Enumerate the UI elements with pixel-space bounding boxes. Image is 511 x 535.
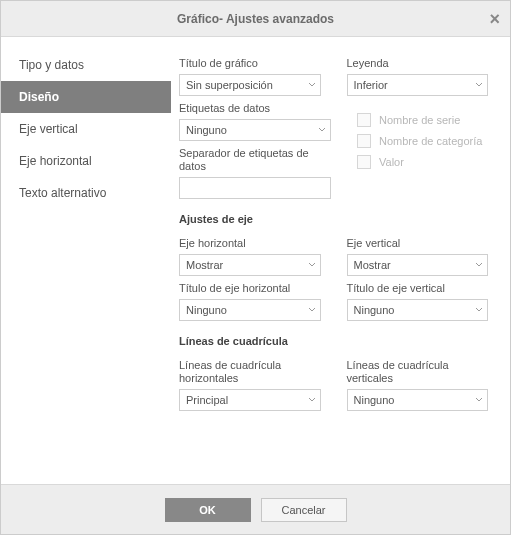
h-axis-value: Mostrar xyxy=(186,259,223,271)
sidebar-item-label: Eje horizontal xyxy=(19,154,92,168)
row-axes-titles: Título de eje horizontal Ninguno Título … xyxy=(179,276,488,321)
sidebar-item-label: Eje vertical xyxy=(19,122,78,136)
chart-title-value: Sin superposición xyxy=(186,79,273,91)
check-series-name[interactable]: Nombre de serie xyxy=(357,113,488,127)
chevron-down-icon xyxy=(475,396,483,404)
cancel-button-label: Cancelar xyxy=(281,504,325,516)
v-axis-select[interactable]: Mostrar xyxy=(347,254,489,276)
dialog-body: Tipo y datos Diseño Eje vertical Eje hor… xyxy=(1,37,510,484)
legend-select[interactable]: Inferior xyxy=(347,74,489,96)
ok-button[interactable]: OK xyxy=(165,498,251,522)
cancel-button[interactable]: Cancelar xyxy=(261,498,347,522)
row-title-legend: Título de gráfico Sin superposición Leye… xyxy=(179,51,488,96)
checkbox-icon xyxy=(357,113,371,127)
h-axis-title-label: Título de eje horizontal xyxy=(179,282,321,295)
v-axis-title-select[interactable]: Ninguno xyxy=(347,299,489,321)
checkbox-icon xyxy=(357,155,371,169)
sidebar-item-label: Tipo y datos xyxy=(19,58,84,72)
check-category-name-label: Nombre de categoría xyxy=(379,135,482,147)
v-grid-label: Líneas de cuadrícula verticales xyxy=(347,359,489,385)
legend-label: Leyenda xyxy=(347,57,489,70)
grid-section-title: Líneas de cuadrícula xyxy=(179,335,488,347)
dialog-title: Gráfico- Ajustes avanzados xyxy=(177,12,334,26)
sidebar-item-layout[interactable]: Diseño xyxy=(1,81,171,113)
chart-advanced-dialog: Gráfico- Ajustes avanzados × Tipo y dato… xyxy=(0,0,511,535)
close-icon[interactable]: × xyxy=(489,1,500,37)
chevron-down-icon xyxy=(308,306,316,314)
chart-title-select[interactable]: Sin superposición xyxy=(179,74,321,96)
check-value-label: Valor xyxy=(379,156,404,168)
h-grid-value: Principal xyxy=(186,394,228,406)
h-axis-select[interactable]: Mostrar xyxy=(179,254,321,276)
v-axis-label: Eje vertical xyxy=(347,237,489,250)
chevron-down-icon xyxy=(318,126,326,134)
data-label-sep-label: Separador de etiquetas de datos xyxy=(179,147,331,173)
sidebar: Tipo y datos Diseño Eje vertical Eje hor… xyxy=(1,37,171,484)
data-label-sep-input[interactable] xyxy=(179,177,331,199)
row-axes: Eje horizontal Mostrar Eje vertical Most… xyxy=(179,231,488,276)
h-axis-title-value: Ninguno xyxy=(186,304,227,316)
sidebar-item-alt-text[interactable]: Texto alternativo xyxy=(1,177,171,209)
chevron-down-icon xyxy=(475,306,483,314)
sidebar-item-label: Diseño xyxy=(19,90,59,104)
chart-title-label: Título de gráfico xyxy=(179,57,321,70)
chevron-down-icon xyxy=(308,81,316,89)
v-axis-title-label: Título de eje vertical xyxy=(347,282,489,295)
ok-button-label: OK xyxy=(199,504,216,516)
dialog-footer: OK Cancelar xyxy=(1,484,510,534)
h-grid-select[interactable]: Principal xyxy=(179,389,321,411)
h-axis-title-select[interactable]: Ninguno xyxy=(179,299,321,321)
chevron-down-icon xyxy=(308,396,316,404)
checkbox-icon xyxy=(357,134,371,148)
titlebar: Gráfico- Ajustes avanzados × xyxy=(1,1,510,37)
sidebar-item-label: Texto alternativo xyxy=(19,186,106,200)
h-axis-label: Eje horizontal xyxy=(179,237,321,250)
h-grid-label: Líneas de cuadrícula horizontales xyxy=(179,359,321,385)
axis-section-title: Ajustes de eje xyxy=(179,213,488,225)
v-axis-value: Mostrar xyxy=(354,259,391,271)
v-axis-title-value: Ninguno xyxy=(354,304,395,316)
data-labels-value: Ninguno xyxy=(186,124,227,136)
sidebar-item-horizontal-axis[interactable]: Eje horizontal xyxy=(1,145,171,177)
check-category-name[interactable]: Nombre de categoría xyxy=(357,134,488,148)
v-grid-value: Ninguno xyxy=(354,394,395,406)
sidebar-item-type-data[interactable]: Tipo y datos xyxy=(1,49,171,81)
data-labels-select[interactable]: Ninguno xyxy=(179,119,331,141)
data-labels-label: Etiquetas de datos xyxy=(179,102,331,115)
row-datalabels: Etiquetas de datos Ninguno Separador de … xyxy=(179,96,488,199)
chevron-down-icon xyxy=(475,81,483,89)
sidebar-item-vertical-axis[interactable]: Eje vertical xyxy=(1,113,171,145)
legend-value: Inferior xyxy=(354,79,388,91)
chevron-down-icon xyxy=(475,261,483,269)
v-grid-select[interactable]: Ninguno xyxy=(347,389,489,411)
chevron-down-icon xyxy=(308,261,316,269)
check-series-name-label: Nombre de serie xyxy=(379,114,460,126)
check-value[interactable]: Valor xyxy=(357,155,488,169)
row-gridlines: Líneas de cuadrícula horizontales Princi… xyxy=(179,353,488,411)
content-panel: Título de gráfico Sin superposición Leye… xyxy=(171,37,510,484)
